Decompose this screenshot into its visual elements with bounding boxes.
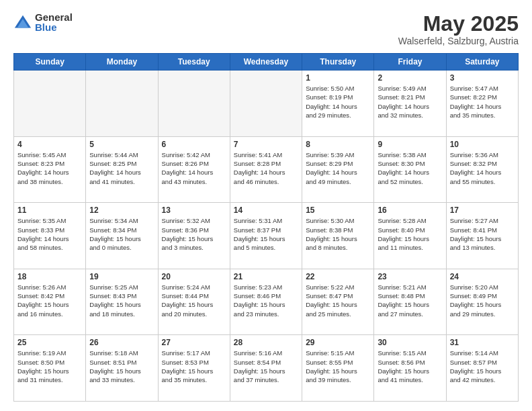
day-number: 5 [89, 140, 154, 149]
day-number: 26 [89, 338, 154, 347]
day-number: 7 [234, 140, 298, 149]
calendar-cell: 14Sunrise: 5:31 AM Sunset: 8:37 PM Dayli… [230, 203, 302, 269]
day-number: 17 [450, 205, 515, 215]
logo-text: General Blue [35, 12, 73, 32]
calendar-week-row: 4Sunrise: 5:45 AM Sunset: 8:23 PM Daylig… [14, 136, 519, 203]
calendar-cell: 25Sunrise: 5:19 AM Sunset: 8:50 PM Dayli… [14, 335, 86, 402]
calendar-cell: 16Sunrise: 5:28 AM Sunset: 8:40 PM Dayli… [374, 203, 446, 269]
calendar-cell: 26Sunrise: 5:18 AM Sunset: 8:51 PM Dayli… [86, 335, 158, 402]
calendar-cell: 5Sunrise: 5:44 AM Sunset: 8:25 PM Daylig… [86, 136, 158, 203]
calendar-cell [230, 71, 302, 137]
day-info: Sunrise: 5:35 AM Sunset: 8:33 PM Dayligh… [17, 216, 82, 252]
calendar-cell: 9Sunrise: 5:38 AM Sunset: 8:30 PM Daylig… [374, 136, 446, 203]
day-info: Sunrise: 5:41 AM Sunset: 8:28 PM Dayligh… [234, 150, 298, 186]
calendar-cell: 28Sunrise: 5:16 AM Sunset: 8:54 PM Dayli… [230, 335, 302, 402]
calendar-cell [14, 71, 86, 137]
day-info: Sunrise: 5:47 AM Sunset: 8:22 PM Dayligh… [450, 84, 515, 120]
day-info: Sunrise: 5:38 AM Sunset: 8:30 PM Dayligh… [378, 150, 442, 186]
weekday-header: Tuesday [158, 54, 230, 71]
day-number: 11 [17, 205, 82, 215]
weekday-header: Sunday [14, 54, 86, 71]
calendar-body: 1Sunrise: 5:50 AM Sunset: 8:19 PM Daylig… [14, 71, 519, 402]
logo: General Blue [13, 12, 73, 32]
day-number: 20 [162, 272, 226, 281]
calendar-cell: 4Sunrise: 5:45 AM Sunset: 8:23 PM Daylig… [14, 136, 86, 203]
day-info: Sunrise: 5:44 AM Sunset: 8:25 PM Dayligh… [89, 150, 154, 186]
calendar-cell: 3Sunrise: 5:47 AM Sunset: 8:22 PM Daylig… [446, 71, 518, 137]
day-info: Sunrise: 5:17 AM Sunset: 8:53 PM Dayligh… [162, 349, 226, 384]
day-number: 2 [378, 73, 442, 83]
day-number: 13 [162, 205, 226, 215]
logo-blue: Blue [35, 22, 73, 32]
location: Walserfeld, Salzburg, Austria [398, 36, 519, 46]
title-block: May 2025 Walserfeld, Salzburg, Austria [398, 12, 519, 46]
day-info: Sunrise: 5:45 AM Sunset: 8:23 PM Dayligh… [17, 150, 82, 186]
logo-general: General [35, 12, 73, 22]
calendar-cell: 7Sunrise: 5:41 AM Sunset: 8:28 PM Daylig… [230, 136, 302, 203]
day-number: 14 [234, 205, 298, 215]
day-number: 12 [89, 205, 154, 215]
day-number: 1 [306, 73, 370, 83]
day-info: Sunrise: 5:16 AM Sunset: 8:54 PM Dayligh… [234, 349, 298, 384]
day-number: 30 [378, 338, 442, 347]
day-info: Sunrise: 5:20 AM Sunset: 8:49 PM Dayligh… [450, 283, 515, 318]
day-info: Sunrise: 5:25 AM Sunset: 8:43 PM Dayligh… [89, 283, 154, 318]
calendar-cell: 2Sunrise: 5:49 AM Sunset: 8:21 PM Daylig… [374, 71, 446, 137]
day-info: Sunrise: 5:21 AM Sunset: 8:48 PM Dayligh… [378, 283, 442, 318]
calendar-cell: 8Sunrise: 5:39 AM Sunset: 8:29 PM Daylig… [302, 136, 374, 203]
day-info: Sunrise: 5:18 AM Sunset: 8:51 PM Dayligh… [89, 349, 154, 384]
day-info: Sunrise: 5:15 AM Sunset: 8:55 PM Dayligh… [306, 349, 370, 384]
weekday-header: Monday [86, 54, 158, 71]
day-info: Sunrise: 5:50 AM Sunset: 8:19 PM Dayligh… [306, 84, 370, 120]
day-number: 27 [162, 338, 226, 347]
day-info: Sunrise: 5:27 AM Sunset: 8:41 PM Dayligh… [450, 216, 515, 252]
calendar-week-row: 11Sunrise: 5:35 AM Sunset: 8:33 PM Dayli… [14, 203, 519, 269]
weekday-header: Saturday [446, 54, 518, 71]
calendar-cell: 30Sunrise: 5:15 AM Sunset: 8:56 PM Dayli… [374, 335, 446, 402]
calendar-cell: 27Sunrise: 5:17 AM Sunset: 8:53 PM Dayli… [158, 335, 230, 402]
day-info: Sunrise: 5:36 AM Sunset: 8:32 PM Dayligh… [450, 150, 515, 186]
calendar-cell: 29Sunrise: 5:15 AM Sunset: 8:55 PM Dayli… [302, 335, 374, 402]
calendar-cell: 18Sunrise: 5:26 AM Sunset: 8:42 PM Dayli… [14, 269, 86, 335]
month-title: May 2025 [398, 12, 519, 36]
calendar-week-row: 1Sunrise: 5:50 AM Sunset: 8:19 PM Daylig… [14, 71, 519, 137]
day-info: Sunrise: 5:26 AM Sunset: 8:42 PM Dayligh… [17, 283, 82, 318]
day-number: 8 [306, 140, 370, 149]
calendar-cell: 10Sunrise: 5:36 AM Sunset: 8:32 PM Dayli… [446, 136, 518, 203]
day-info: Sunrise: 5:42 AM Sunset: 8:26 PM Dayligh… [162, 150, 226, 186]
day-info: Sunrise: 5:22 AM Sunset: 8:47 PM Dayligh… [306, 283, 370, 318]
calendar-week-row: 18Sunrise: 5:26 AM Sunset: 8:42 PM Dayli… [14, 269, 519, 335]
calendar-cell: 6Sunrise: 5:42 AM Sunset: 8:26 PM Daylig… [158, 136, 230, 203]
calendar-cell: 17Sunrise: 5:27 AM Sunset: 8:41 PM Dayli… [446, 203, 518, 269]
day-number: 3 [450, 73, 515, 83]
day-number: 23 [378, 272, 442, 281]
day-number: 16 [378, 205, 442, 215]
day-info: Sunrise: 5:23 AM Sunset: 8:46 PM Dayligh… [234, 283, 298, 318]
weekday-header: Wednesday [230, 54, 302, 71]
day-number: 4 [17, 140, 82, 149]
page: General Blue May 2025 Walserfeld, Salzbu… [0, 0, 532, 411]
day-info: Sunrise: 5:24 AM Sunset: 8:44 PM Dayligh… [162, 283, 226, 318]
day-info: Sunrise: 5:32 AM Sunset: 8:36 PM Dayligh… [162, 216, 226, 252]
day-number: 15 [306, 205, 370, 215]
calendar: SundayMondayTuesdayWednesdayThursdayFrid… [13, 53, 519, 402]
calendar-cell: 23Sunrise: 5:21 AM Sunset: 8:48 PM Dayli… [374, 269, 446, 335]
calendar-week-row: 25Sunrise: 5:19 AM Sunset: 8:50 PM Dayli… [14, 335, 519, 402]
weekday-header: Thursday [302, 54, 374, 71]
calendar-cell: 31Sunrise: 5:14 AM Sunset: 8:57 PM Dayli… [446, 335, 518, 402]
calendar-cell: 24Sunrise: 5:20 AM Sunset: 8:49 PM Dayli… [446, 269, 518, 335]
day-info: Sunrise: 5:28 AM Sunset: 8:40 PM Dayligh… [378, 216, 442, 252]
calendar-cell: 22Sunrise: 5:22 AM Sunset: 8:47 PM Dayli… [302, 269, 374, 335]
weekday-header-row: SundayMondayTuesdayWednesdayThursdayFrid… [14, 54, 519, 71]
day-info: Sunrise: 5:31 AM Sunset: 8:37 PM Dayligh… [234, 216, 298, 252]
day-number: 22 [306, 272, 370, 281]
day-number: 25 [17, 338, 82, 347]
calendar-cell: 15Sunrise: 5:30 AM Sunset: 8:38 PM Dayli… [302, 203, 374, 269]
calendar-cell: 1Sunrise: 5:50 AM Sunset: 8:19 PM Daylig… [302, 71, 374, 137]
calendar-cell: 12Sunrise: 5:34 AM Sunset: 8:34 PM Dayli… [86, 203, 158, 269]
day-number: 9 [378, 140, 442, 149]
day-number: 28 [234, 338, 298, 347]
calendar-cell [158, 71, 230, 137]
day-info: Sunrise: 5:49 AM Sunset: 8:21 PM Dayligh… [378, 84, 442, 120]
day-info: Sunrise: 5:15 AM Sunset: 8:56 PM Dayligh… [378, 349, 442, 384]
